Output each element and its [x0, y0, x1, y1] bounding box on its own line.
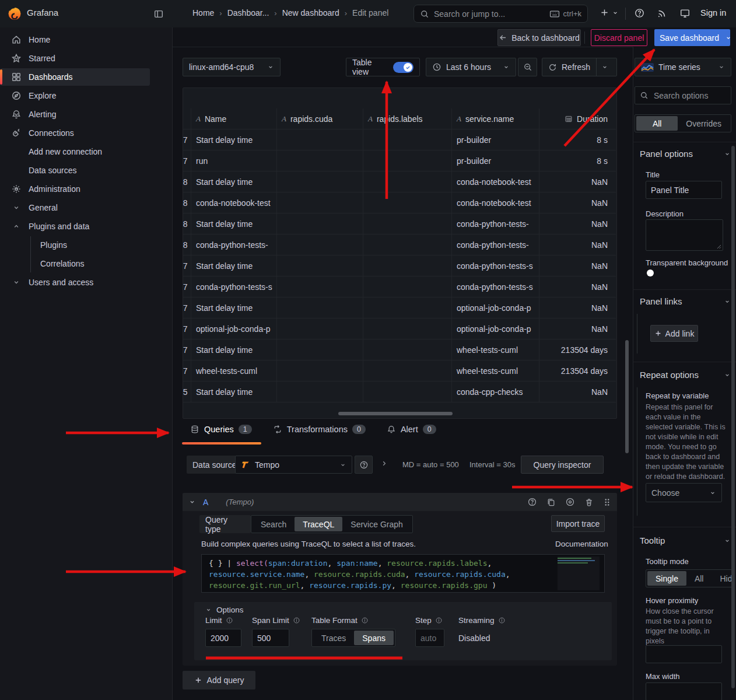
refresh-button[interactable]: Refresh — [542, 58, 617, 76]
sidebar-item-home[interactable]: Home — [0, 31, 172, 48]
query-row-header[interactable]: A (Tempo) — [183, 493, 617, 511]
save-dashboard-button[interactable]: Save dashboard — [654, 29, 730, 46]
add-link-button[interactable]: Add link — [650, 325, 698, 342]
back-to-dashboard-button[interactable]: Back to dashboard — [497, 29, 581, 46]
import-trace-button[interactable]: Import trace — [551, 515, 605, 532]
sidebar-item-correlations[interactable]: Correlations — [0, 255, 172, 272]
chevron-down-icon[interactable] — [597, 64, 613, 71]
main-vertical-scrollbar[interactable] — [625, 340, 629, 453]
table-view-toggle[interactable] — [393, 62, 413, 73]
table-row[interactable]: 27conda-python-tests-sconda-python-tests… — [183, 276, 616, 298]
repeat-variable-dropdown[interactable]: Choose — [646, 483, 722, 502]
time-range-picker[interactable]: Last 6 hours — [426, 58, 516, 76]
panel-description-textarea[interactable] — [646, 219, 723, 251]
template-variable-dropdown[interactable]: linux-amd64-cpu8 — [183, 58, 281, 76]
column-header[interactable]: Arapids.labels — [363, 108, 452, 130]
table-row[interactable]: 27Start delay timewheel-tests-cuml213504… — [183, 340, 616, 360]
dock-menu-icon[interactable] — [153, 9, 164, 19]
query-type-traceql[interactable]: TraceQL — [295, 517, 342, 531]
table-row[interactable]: 27Start delay timeconda-python-tests-sNa… — [183, 256, 616, 276]
step-input[interactable] — [415, 629, 444, 647]
column-header[interactable]: AName — [191, 108, 277, 130]
documentation-link[interactable]: Documentation — [555, 540, 608, 548]
table-row[interactable]: 17runpr-builder8 s — [183, 150, 616, 172]
add-query-button[interactable]: Add query — [183, 671, 255, 690]
table-row[interactable]: 27Start delay timeoptional-job-conda-pNa… — [183, 298, 616, 318]
query-options-header[interactable]: Options — [205, 606, 244, 614]
chevron-down-icon[interactable] — [11, 92, 22, 100]
sidebar-item-explore[interactable]: Explore — [0, 87, 172, 104]
repeat-options-section-header[interactable]: Repeat options — [640, 370, 723, 380]
sidebar-item-connections[interactable]: Connections — [0, 124, 172, 142]
panel-links-section-header[interactable]: Panel links — [640, 296, 723, 306]
search-options-field[interactable] — [653, 90, 719, 101]
help-icon[interactable] — [527, 497, 537, 507]
breadcrumb-item[interactable]: Dashboar... — [227, 8, 269, 18]
sidebar-item-dashboards[interactable]: Dashboards — [0, 68, 172, 86]
query-type-service-graph[interactable]: Service Graph — [342, 517, 411, 531]
search-input[interactable]: Search or jump to... ctrl+k — [413, 5, 588, 23]
breadcrumb-item[interactable]: New dashboard — [282, 8, 339, 18]
table-row[interactable]: 27wheel-tests-cumlwheel-tests-cuml213504… — [183, 360, 616, 382]
panel-title-input[interactable] — [646, 181, 722, 199]
scope-tab-overrides[interactable]: Overrides — [678, 116, 730, 131]
table-row[interactable]: 27optional-job-conda-poptional-job-conda… — [183, 318, 616, 340]
chevron-up-icon[interactable] — [11, 129, 22, 137]
query-inspector-button[interactable]: Query inspector — [521, 456, 604, 474]
chevron-down-icon[interactable] — [11, 110, 22, 118]
delete-query-icon[interactable] — [584, 498, 594, 507]
chevron-down-icon[interactable] — [11, 278, 22, 286]
resize-handle-icon[interactable] — [717, 244, 721, 249]
discard-panel-button[interactable]: Discard panel — [591, 29, 647, 46]
sidebar-item-users-and-access[interactable]: Users and access — [0, 274, 172, 291]
table-row[interactable]: 28conda-python-tests-conda-python-tests-… — [183, 235, 616, 256]
chevron-down-icon[interactable] — [11, 204, 22, 212]
sidebar-item-administration[interactable]: Administration — [0, 180, 172, 198]
tab-queries[interactable]: Queries1 — [190, 425, 252, 434]
scope-tab-all[interactable]: All — [636, 116, 678, 131]
help-icon[interactable] — [634, 8, 645, 19]
tab-alert[interactable]: Alert0 — [387, 425, 436, 434]
chevron-down-icon[interactable] — [11, 54, 22, 62]
sidebar-item-general[interactable]: General — [0, 199, 172, 216]
search-options-input[interactable] — [635, 86, 731, 104]
traceql-code-editor[interactable]: { } | select(span:duration, span:name, r… — [201, 554, 605, 593]
span-limit-input[interactable] — [252, 629, 289, 647]
table-row[interactable]: 28Start delay timeconda-notebook-testNaN — [183, 172, 616, 192]
hover-proximity-input[interactable] — [646, 645, 722, 663]
table-row[interactable]: 25Start delay timeconda-cpp-checksNaN — [183, 382, 616, 402]
breadcrumb-item[interactable]: Home — [192, 8, 214, 18]
chevron-up-icon[interactable] — [11, 185, 22, 193]
panel-options-section-header[interactable]: Panel options — [640, 149, 723, 159]
horizontal-scrollbar[interactable] — [338, 412, 453, 415]
sidebar-item-alerting[interactable]: Alerting — [0, 106, 172, 123]
sidebar-item-add-new-connection[interactable]: Add new connection — [0, 143, 172, 160]
data-source-help-button[interactable] — [355, 456, 373, 474]
table-row[interactable]: 28Start delay timeconda-python-tests-NaN — [183, 214, 616, 235]
options-pane-scrollbar[interactable] — [731, 146, 735, 688]
duplicate-query-icon[interactable] — [546, 498, 556, 507]
limit-input[interactable] — [205, 629, 241, 647]
table-format-traces[interactable]: Traces — [313, 631, 354, 645]
query-type-search[interactable]: Search — [253, 517, 295, 531]
chevron-up-icon[interactable] — [11, 222, 22, 230]
column-header[interactable]: Arapids.cuda — [277, 108, 363, 130]
data-source-picker[interactable]: Tempo — [235, 456, 352, 474]
table-row[interactable]: 28conda-notebook-testconda-notebook-test… — [183, 192, 616, 214]
toggle-visibility-icon[interactable] — [565, 497, 575, 507]
sidebar-item-plugins[interactable]: Plugins — [0, 236, 172, 254]
tab-transformations[interactable]: Transformations0 — [273, 425, 366, 434]
tooltip-mode-all[interactable]: All — [686, 571, 712, 586]
breadcrumb-item[interactable]: Edit panel — [352, 8, 388, 18]
sign-in-link[interactable]: Sign in — [700, 8, 726, 18]
news-rss-icon[interactable] — [657, 8, 667, 19]
sidebar-item-data-sources[interactable]: Data sources — [0, 162, 172, 179]
chevron-down-icon[interactable] — [725, 34, 732, 41]
chevron-down-icon[interactable] — [188, 498, 196, 506]
column-header[interactable]: Duration — [539, 108, 616, 130]
zoom-out-button[interactable] — [518, 58, 537, 76]
monitor-icon[interactable] — [679, 8, 691, 19]
table-format-spans[interactable]: Spans — [354, 631, 394, 645]
max-width-input[interactable] — [646, 682, 722, 700]
column-header[interactable] — [183, 108, 191, 130]
